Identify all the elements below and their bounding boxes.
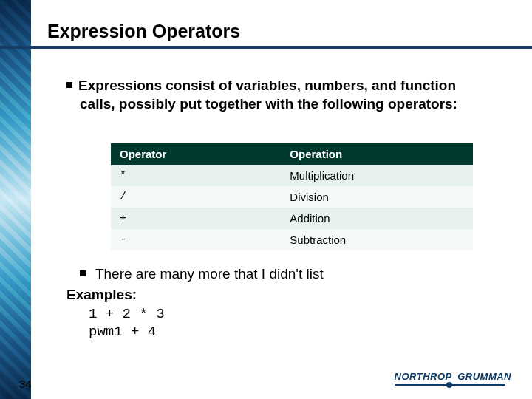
page-number: 34: [19, 378, 32, 390]
table-header-operation: Operation: [281, 143, 473, 165]
slide-title: Expression Operators: [47, 21, 240, 42]
code-example-2: pwm1 + 4: [89, 324, 156, 340]
bullet-main-text: Expressions consist of variables, number…: [78, 78, 457, 112]
logo-dot-icon: [446, 382, 452, 388]
logo-word-2: GRUMMAN: [457, 371, 511, 382]
table-cell-operation: Addition: [281, 208, 473, 229]
title-underline: [0, 46, 532, 49]
table-cell-operator: /: [111, 186, 281, 208]
table-cell-operation: Division: [281, 186, 473, 208]
table-cell-operator: *: [111, 165, 281, 186]
sidebar-decoration: [0, 0, 31, 399]
table-header-operator: Operator: [111, 143, 281, 165]
table-cell-operation: Multiplication: [281, 165, 473, 186]
bullet-more-text: There are many more that I didn't list: [92, 266, 324, 282]
operator-table: Operator Operation * Multiplication / Di…: [111, 143, 473, 250]
bullet-icon: [80, 270, 86, 276]
logo-word-1: NORTHROP: [395, 371, 452, 382]
examples-label: Examples:: [66, 287, 137, 303]
table-cell-operator: -: [111, 229, 281, 250]
bullet-more: There are many more that I didn't list: [80, 266, 324, 282]
northrop-grumman-logo: NORTHROP GRUMMAN: [395, 369, 511, 386]
table-row: / Division: [111, 186, 473, 208]
table-cell-operator: +: [111, 208, 281, 229]
bullet-icon: [66, 82, 72, 88]
table-row: * Multiplication: [111, 165, 473, 186]
table-row: + Addition: [111, 208, 473, 229]
table-row: - Subtraction: [111, 229, 473, 250]
table-cell-operation: Subtraction: [281, 229, 473, 250]
bullet-main: Expressions consist of variables, number…: [66, 77, 486, 113]
code-example-1: 1 + 2 * 3: [89, 306, 165, 322]
logo-bar: [395, 384, 505, 386]
